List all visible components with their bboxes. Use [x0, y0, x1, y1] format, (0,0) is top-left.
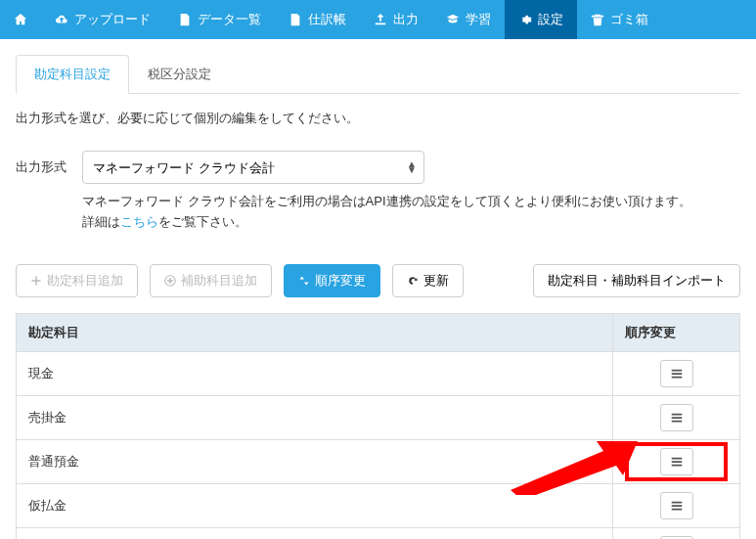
- account-name: 売掛金: [17, 395, 613, 439]
- nav-trash[interactable]: ゴミ箱: [577, 0, 662, 39]
- plus-circle-icon: [164, 275, 176, 287]
- nav-journal[interactable]: 仕訳帳: [275, 0, 360, 39]
- add-sub-account-button[interactable]: 補助科目追加: [150, 264, 272, 297]
- tab-tax-settings[interactable]: 税区分設定: [129, 55, 230, 93]
- graduation-icon: [446, 13, 460, 26]
- button-row: 勘定科目追加 補助科目追加 順序変更 更新 勘定科目・補助科目インポート: [16, 264, 740, 297]
- nav-output-label: 出力: [393, 11, 419, 28]
- drag-handle[interactable]: [660, 492, 693, 519]
- account-name: 仮払金: [17, 483, 613, 527]
- nav-upload-label: アップロード: [74, 11, 151, 28]
- help-text: マネーフォワード クラウド会計をご利用の場合はAPI連携の設定をして頂くとより便…: [82, 192, 691, 233]
- table-row: 仮払金: [17, 483, 740, 527]
- nav-data-list[interactable]: データ一覧: [164, 0, 275, 39]
- book-icon: [289, 13, 302, 26]
- table-row: 売掛金: [17, 395, 740, 439]
- hamburger-icon: [670, 411, 684, 425]
- drag-handle[interactable]: [660, 404, 693, 431]
- nav-settings-label: 設定: [538, 11, 563, 28]
- add-account-button[interactable]: 勘定科目追加: [16, 264, 138, 297]
- account-name: 普通預金: [17, 439, 613, 483]
- hamburger-icon: [670, 367, 684, 381]
- output-format-row: 出力形式 マネーフォワード クラウド会計 ▲▼ マネーフォワード クラウド会計を…: [16, 151, 740, 233]
- nav-output[interactable]: 出力: [360, 0, 432, 39]
- drag-handle[interactable]: [660, 448, 693, 475]
- trash-icon: [591, 13, 604, 26]
- table-row: 現金: [17, 351, 740, 395]
- top-navbar: アップロード データ一覧 仕訳帳 出力 学習 設定 ゴミ箱: [0, 0, 756, 39]
- export-icon: [374, 13, 387, 26]
- settings-tabs: 勘定科目設定 税区分設定: [16, 55, 740, 94]
- drag-handle[interactable]: [660, 360, 693, 387]
- hamburger-icon: [670, 455, 684, 469]
- instruction-text: 出力形式を選び、必要に応じて個別の編集をしてください。: [16, 110, 740, 127]
- table-row: 備品: [17, 527, 740, 539]
- col-account: 勘定科目: [17, 313, 613, 351]
- gear-icon: [518, 13, 532, 26]
- nav-learning-label: 学習: [466, 11, 491, 28]
- nav-home[interactable]: [0, 0, 41, 39]
- content-area: 勘定科目設定 税区分設定 出力形式を選び、必要に応じて個別の編集をしてください。…: [0, 39, 756, 539]
- nav-settings[interactable]: 設定: [505, 0, 577, 39]
- sort-icon: [298, 275, 310, 287]
- hamburger-icon: [670, 499, 684, 513]
- tab-account-settings[interactable]: 勘定科目設定: [16, 55, 129, 94]
- nav-learning[interactable]: 学習: [432, 0, 505, 39]
- nav-data-list-label: データ一覧: [198, 11, 261, 28]
- output-format-label: 出力形式: [16, 151, 67, 176]
- cloud-upload-icon: [55, 13, 68, 26]
- nav-trash-label: ゴミ箱: [610, 11, 648, 28]
- account-name: 備品: [17, 527, 613, 539]
- plus-icon: [30, 275, 42, 287]
- accounts-table: 勘定科目 順序変更 現金 売掛金 普通預金 仮払金 備品: [16, 313, 740, 539]
- reorder-button[interactable]: 順序変更: [284, 264, 380, 297]
- file-icon: [178, 13, 192, 26]
- home-icon: [14, 13, 27, 26]
- refresh-icon: [407, 275, 419, 287]
- nav-upload[interactable]: アップロード: [41, 0, 164, 39]
- details-link[interactable]: こちら: [120, 214, 158, 229]
- import-button[interactable]: 勘定科目・補助科目インポート: [533, 264, 740, 297]
- refresh-button[interactable]: 更新: [392, 264, 464, 297]
- output-format-select[interactable]: マネーフォワード クラウド会計: [82, 151, 424, 184]
- col-order: 順序変更: [613, 313, 740, 351]
- drag-handle[interactable]: [660, 536, 693, 539]
- account-name: 現金: [17, 351, 613, 395]
- nav-journal-label: 仕訳帳: [308, 11, 346, 28]
- table-row: 普通預金: [17, 439, 740, 483]
